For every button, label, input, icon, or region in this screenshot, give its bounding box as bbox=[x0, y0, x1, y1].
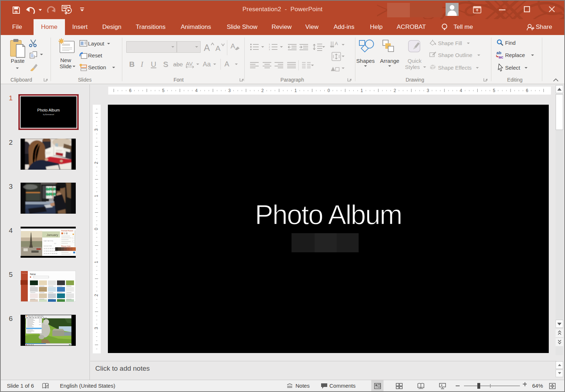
svg-text:1: 1 bbox=[94, 195, 99, 197]
svg-text:PowerPoint: PowerPoint bbox=[22, 273, 27, 274]
svg-text:New: New bbox=[30, 273, 36, 276]
svg-text:2: 2 bbox=[94, 162, 99, 164]
svg-text:2: 2 bbox=[94, 294, 99, 296]
svg-text:6: 6 bbox=[526, 88, 529, 93]
svg-text:1: 1 bbox=[360, 88, 363, 93]
svg-text:1: 1 bbox=[294, 88, 297, 93]
svg-text:1: 1 bbox=[94, 261, 99, 263]
svg-text:2: 2 bbox=[394, 88, 396, 93]
svg-text:0: 0 bbox=[94, 228, 99, 230]
svg-text:2: 2 bbox=[269, 46, 270, 48]
svg-text:3: 3 bbox=[427, 88, 429, 93]
svg-text:3 4 5 6 7 8 9: 3 4 5 6 7 8 9 bbox=[44, 245, 52, 247]
svg-text:Format Picture: Format Picture bbox=[61, 230, 73, 232]
svg-text:0: 0 bbox=[328, 88, 330, 93]
svg-text:ac: ac bbox=[499, 55, 503, 59]
svg-text:January: January bbox=[47, 233, 58, 237]
svg-text:4: 4 bbox=[460, 88, 462, 93]
svg-text:3: 3 bbox=[94, 327, 99, 330]
svg-text:A: A bbox=[335, 41, 338, 46]
svg-text:S M T W T F S: S M T W T F S bbox=[44, 240, 53, 242]
svg-text:6: 6 bbox=[129, 88, 132, 93]
svg-text:24 25 26 27 28 29 30: 24 25 26 27 28 29 30 bbox=[44, 253, 58, 254]
svg-text:2: 2 bbox=[261, 88, 264, 93]
svg-text:ab: ab bbox=[496, 51, 501, 55]
svg-text:5: 5 bbox=[493, 88, 495, 93]
svg-text:4: 4 bbox=[195, 88, 198, 93]
svg-text:10 11 12 13 14 15: 10 11 12 13 14 15 bbox=[44, 248, 56, 249]
svg-text:Picture Color: Picture Color bbox=[61, 245, 71, 247]
svg-text:1: 1 bbox=[269, 43, 270, 45]
svg-text:Video tools - VLC media player: Video tools - VLC media player bbox=[28, 315, 44, 317]
svg-text:5: 5 bbox=[162, 88, 165, 93]
svg-text:1 2: 1 2 bbox=[54, 243, 56, 244]
svg-text:3: 3 bbox=[94, 129, 99, 131]
svg-text:3: 3 bbox=[228, 88, 231, 93]
svg-text:3: 3 bbox=[269, 48, 270, 51]
